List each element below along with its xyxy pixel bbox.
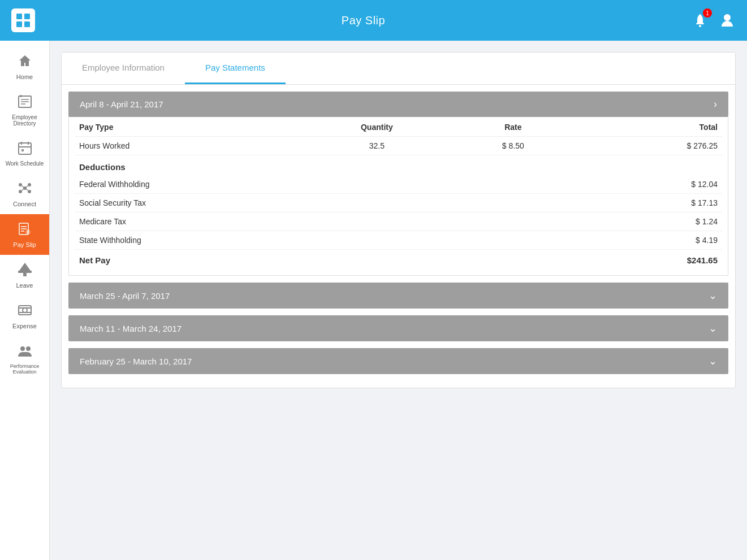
- svg-point-38: [20, 346, 25, 351]
- svg-point-17: [19, 183, 22, 186]
- pay-slip-icon: $: [17, 221, 33, 239]
- svg-marker-32: [19, 263, 31, 271]
- period-3-section: March 11 - March 24, 2017 ⌄: [68, 315, 728, 341]
- deduction-name-3: State Withholding: [75, 231, 450, 250]
- period-4-header[interactable]: February 25 - March 10, 2017 ⌄: [68, 348, 728, 374]
- svg-text:$: $: [27, 230, 29, 234]
- quantity-value: 32.5: [299, 137, 455, 155]
- sidebar: Home Employee Directory: [0, 41, 50, 560]
- period-3-header[interactable]: March 11 - March 24, 2017 ⌄: [68, 315, 728, 341]
- pay-table: Pay Type Quantity Rate Total Hours Worke…: [75, 117, 722, 155]
- rate-value: $ 8.50: [455, 137, 572, 155]
- deductions-table: Federal Withholding $ 12.04 Social Secur…: [75, 175, 722, 270]
- svg-point-10: [20, 95, 22, 97]
- svg-point-19: [19, 190, 22, 193]
- sidebar-item-leave[interactable]: Leave: [0, 255, 49, 296]
- chevron-right-icon: ›: [714, 98, 717, 110]
- sidebar-item-performance[interactable]: Performance Evaluation: [0, 336, 49, 381]
- app-logo[interactable]: [11, 8, 35, 32]
- tab-employee-info[interactable]: Employee Information: [62, 53, 185, 84]
- chevron-down-icon: ⌄: [709, 289, 717, 302]
- period-1-label: April 8 - April 21, 2017: [80, 99, 163, 109]
- svg-point-18: [28, 183, 31, 186]
- svg-line-24: [26, 189, 28, 190]
- sidebar-item-work-schedule[interactable]: Work Schedule: [0, 133, 49, 173]
- svg-point-4: [699, 25, 701, 27]
- work-schedule-icon: [17, 140, 33, 158]
- main-layout: Home Employee Directory: [0, 41, 747, 560]
- period-2-header[interactable]: March 25 - April 7, 2017 ⌄: [68, 283, 728, 309]
- period-1-section: April 8 - April 21, 2017 › Pay Type Quan…: [68, 92, 728, 276]
- tab-bar: Employee Information Pay Statements: [62, 53, 735, 85]
- sidebar-label-expense: Expense: [12, 323, 37, 329]
- svg-rect-0: [16, 14, 22, 19]
- svg-rect-3: [24, 21, 30, 27]
- svg-rect-2: [16, 21, 22, 27]
- main-card: Employee Information Pay Statements Apri…: [61, 52, 736, 388]
- sidebar-item-connect[interactable]: Connect: [0, 173, 49, 214]
- connect-icon: [17, 180, 33, 198]
- expense-icon: [17, 302, 33, 320]
- deduction-total-1: $ 17.13: [535, 194, 722, 212]
- deduction-name-0: Federal Withholding: [75, 175, 450, 194]
- sidebar-label-leave: Leave: [16, 282, 33, 289]
- tab-pay-statements[interactable]: Pay Statements: [185, 53, 286, 84]
- period-1-header[interactable]: April 8 - April 21, 2017 ›: [68, 92, 728, 117]
- svg-point-5: [724, 14, 731, 21]
- deduction-total-0: $ 12.04: [535, 175, 722, 194]
- leave-icon: [17, 262, 33, 280]
- total-value: $ 276.25: [572, 137, 722, 155]
- header-icons: 1: [692, 12, 736, 29]
- notification-badge: 1: [703, 8, 712, 18]
- svg-point-20: [28, 190, 31, 193]
- svg-rect-1: [24, 14, 30, 19]
- pay-type-value: Hours Worked: [75, 137, 299, 155]
- svg-rect-33: [23, 273, 27, 276]
- svg-line-22: [26, 186, 28, 188]
- performance-icon: [17, 343, 33, 361]
- deduction-name-1: Social Security Tax: [75, 194, 450, 212]
- sidebar-item-pay-slip[interactable]: $ Pay Slip: [0, 214, 49, 255]
- svg-point-35: [23, 308, 27, 312]
- sidebar-label-pay-slip: Pay Slip: [13, 241, 36, 248]
- col-quantity: Quantity: [299, 117, 455, 137]
- deduction-total-2: $ 1.24: [535, 212, 722, 231]
- sidebar-label-employee-directory: Employee Directory: [2, 114, 47, 127]
- sidebar-label-work-schedule: Work Schedule: [6, 160, 44, 167]
- svg-rect-31: [18, 271, 32, 273]
- net-pay-row: Net Pay $241.65: [75, 250, 722, 270]
- table-row: Medicare Tax $ 1.24: [75, 212, 722, 231]
- svg-line-21: [22, 186, 24, 188]
- deduction-name-2: Medicare Tax: [75, 212, 450, 231]
- period-2-label: March 25 - April 7, 2017: [80, 291, 170, 301]
- period-4-label: February 25 - March 10, 2017: [80, 357, 192, 366]
- chevron-down-icon-3: ⌄: [709, 355, 717, 367]
- period-1-content: Pay Type Quantity Rate Total Hours Worke…: [68, 117, 728, 276]
- col-pay-type: Pay Type: [75, 117, 299, 137]
- sidebar-label-home: Home: [16, 73, 33, 80]
- content-area: Employee Information Pay Statements Apri…: [50, 41, 747, 560]
- pay-periods-container: April 8 - April 21, 2017 › Pay Type Quan…: [62, 85, 735, 388]
- employee-directory-icon: [17, 94, 33, 112]
- chevron-down-icon-2: ⌄: [709, 322, 717, 335]
- notification-bell[interactable]: 1: [692, 12, 709, 29]
- svg-rect-34: [19, 306, 31, 315]
- sidebar-label-connect: Connect: [13, 201, 36, 207]
- home-icon: [17, 53, 33, 71]
- table-row: Social Security Tax $ 17.13: [75, 194, 722, 212]
- period-3-label: March 11 - March 24, 2017: [80, 324, 182, 333]
- deduction-total-3: $ 4.19: [535, 231, 722, 250]
- sidebar-item-expense[interactable]: Expense: [0, 296, 49, 336]
- svg-point-39: [26, 346, 31, 351]
- table-row: Hours Worked 32.5 $ 8.50 $ 276.25: [75, 137, 722, 155]
- sidebar-item-employee-directory[interactable]: Employee Directory: [0, 87, 49, 133]
- period-2-section: March 25 - April 7, 2017 ⌄: [68, 283, 728, 309]
- sidebar-item-home[interactable]: Home: [0, 46, 49, 87]
- svg-rect-11: [19, 143, 31, 154]
- page-title: Pay Slip: [342, 14, 385, 27]
- svg-line-23: [22, 189, 24, 190]
- svg-rect-15: [21, 149, 24, 151]
- col-total: Total: [572, 117, 722, 137]
- table-row: Federal Withholding $ 12.04: [75, 175, 722, 194]
- user-avatar-icon[interactable]: [719, 12, 736, 29]
